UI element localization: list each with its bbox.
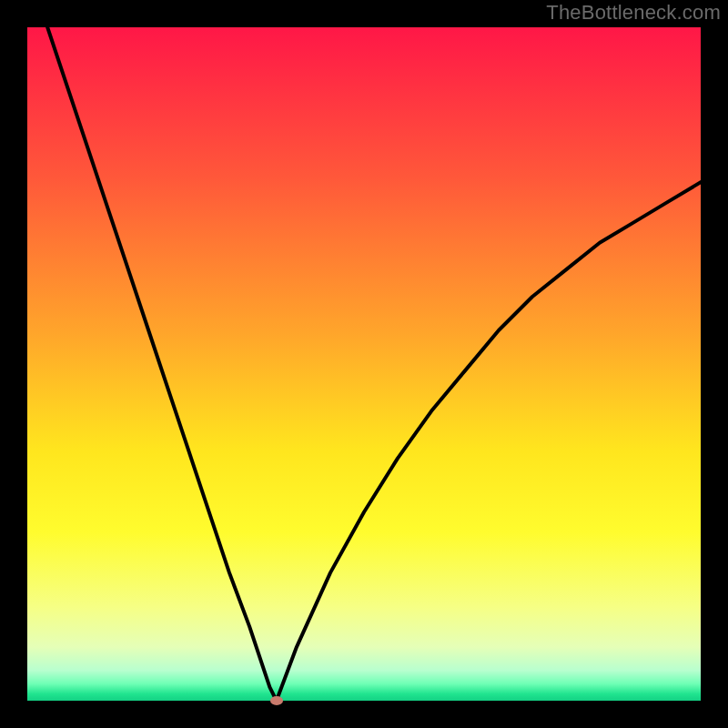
background-gradient bbox=[27, 27, 701, 701]
svg-rect-0 bbox=[27, 27, 701, 701]
attribution-label: TheBottleneck.com bbox=[546, 1, 721, 25]
chart-frame: TheBottleneck.com bbox=[0, 0, 728, 728]
plot-area bbox=[27, 27, 701, 701]
optimal-point-marker bbox=[270, 696, 283, 705]
